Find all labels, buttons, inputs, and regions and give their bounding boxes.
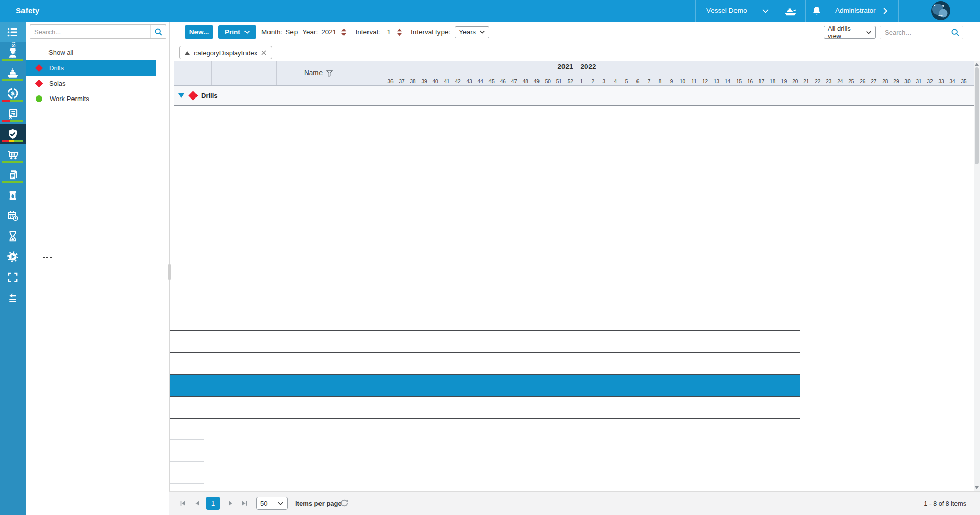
chevron-right-icon[interactable] xyxy=(883,7,888,15)
week-label: 4 xyxy=(609,79,621,84)
remove-group-icon[interactable] xyxy=(261,50,266,55)
status-underline xyxy=(2,100,23,102)
new-button[interactable]: New... xyxy=(185,25,213,39)
week-label: 25 xyxy=(846,79,857,84)
sidebar-item-crew[interactable] xyxy=(0,42,26,63)
scroll-up-icon[interactable] xyxy=(975,63,979,66)
column-divider xyxy=(378,61,378,85)
view-select[interactable]: All drills view xyxy=(824,26,876,39)
user-menu[interactable]: Administrator xyxy=(835,7,876,14)
grid-search-input[interactable] xyxy=(880,29,947,36)
week-label: 32 xyxy=(924,79,936,84)
sidebar-item-automation[interactable] xyxy=(0,247,26,267)
vertical-scrollbar[interactable] xyxy=(974,61,980,491)
week-label: 44 xyxy=(475,79,486,84)
month-year-spinner[interactable] xyxy=(341,28,347,36)
last-page-button[interactable] xyxy=(239,498,250,508)
bell-icon[interactable] xyxy=(811,5,823,17)
cart-icon xyxy=(6,148,19,161)
grouping-chip[interactable]: categoryDisplayIndex xyxy=(179,46,272,59)
name-column-header[interactable]: Name xyxy=(304,69,323,77)
sidebar-item-purchasing[interactable] xyxy=(0,144,26,165)
next-page-button[interactable] xyxy=(226,498,236,508)
week-label: 30 xyxy=(902,79,913,84)
splitter-handle[interactable] xyxy=(168,264,172,280)
interval-spinner[interactable] xyxy=(397,28,402,36)
topbar-divider xyxy=(805,0,806,22)
week-label: 26 xyxy=(857,79,868,84)
sidebar-item-work-rest-hours[interactable] xyxy=(0,226,26,247)
week-label: 3 xyxy=(598,79,609,84)
month-value[interactable]: Sep xyxy=(285,28,298,36)
first-page-button[interactable] xyxy=(178,498,188,508)
sidebar-item-documents[interactable] xyxy=(0,165,26,185)
week-label: 16 xyxy=(745,79,756,84)
week-label: 27 xyxy=(868,79,879,84)
week-label: 9 xyxy=(666,79,677,84)
search-icon[interactable] xyxy=(947,26,963,39)
week-label: 45 xyxy=(486,79,497,84)
group-marker-diamond-icon xyxy=(188,91,198,100)
svg-text:$: $ xyxy=(11,90,15,97)
avatar[interactable] xyxy=(931,1,950,20)
scrollbar-thumb[interactable] xyxy=(975,67,979,164)
status-underline xyxy=(2,79,23,81)
status-underline xyxy=(2,140,23,142)
vessel-selector[interactable]: Vessel Demo xyxy=(706,7,747,14)
week-label: 14 xyxy=(722,79,733,84)
sidebar-item-fullscreen[interactable] xyxy=(0,267,26,287)
row-menu-button[interactable] xyxy=(39,0,56,515)
interval-type-select[interactable]: Years xyxy=(455,26,489,38)
interval-value[interactable]: 1 xyxy=(387,28,391,36)
week-label: 17 xyxy=(756,79,767,84)
status-underline xyxy=(2,181,23,183)
hourglass-icon xyxy=(6,230,19,243)
sort-asc-icon[interactable] xyxy=(185,51,190,55)
sidebar-item-certificates[interactable] xyxy=(0,104,26,124)
month-label: Month: xyxy=(261,28,282,36)
week-label: 1 xyxy=(576,79,587,84)
refresh-icon[interactable] xyxy=(340,499,349,509)
chevron-down-icon xyxy=(244,30,250,34)
scroll-down-icon[interactable] xyxy=(975,486,979,489)
page-summary: 1 - 8 of 8 items xyxy=(924,500,966,507)
year-value[interactable]: 2021 xyxy=(321,28,336,36)
interval-label: Interval: xyxy=(355,28,380,36)
certificate-icon xyxy=(6,107,19,120)
sidebar-item-menu[interactable] xyxy=(0,22,26,42)
filter-icon[interactable] xyxy=(326,69,333,79)
prev-page-button[interactable] xyxy=(192,498,202,508)
pagination-bar: 1 50 items per page 1 - 8 of 8 items xyxy=(169,491,980,515)
page-size-select[interactable]: 50 xyxy=(256,497,288,510)
sidebar-item-collapse[interactable] xyxy=(0,287,26,308)
top-bar: Safety Vessel Demo Administrator xyxy=(0,0,980,22)
period-controls: Month: Sep Year: 2021 Interval: 1 Interv… xyxy=(261,25,489,39)
grid-search[interactable] xyxy=(880,26,963,39)
search-icon[interactable] xyxy=(150,25,166,38)
sidebar-item-oil-record[interactable] xyxy=(0,185,26,206)
week-label: 49 xyxy=(531,79,542,84)
week-label: 31 xyxy=(913,79,924,84)
page-title: Safety xyxy=(16,6,39,15)
sidebar-item-planning[interactable] xyxy=(0,206,26,226)
shield-check-icon xyxy=(6,128,19,141)
sidebar-item-finance[interactable]: $ xyxy=(0,83,26,104)
status-underline xyxy=(2,59,23,61)
group-row-drills[interactable]: Drills xyxy=(174,86,974,106)
collapse-group-icon[interactable] xyxy=(178,91,184,100)
vessel-switch-icon[interactable] xyxy=(783,5,798,17)
chevron-down-icon[interactable] xyxy=(762,9,769,14)
week-label: 2 xyxy=(587,79,598,84)
print-button[interactable]: Print xyxy=(218,25,256,39)
group-label: Drills xyxy=(201,92,218,100)
barrel-icon xyxy=(6,189,19,202)
week-label: 7 xyxy=(643,79,654,84)
finance-icon: $ xyxy=(6,87,19,100)
column-divider xyxy=(300,61,300,85)
page-1-button[interactable]: 1 xyxy=(206,497,220,510)
vessel-icon xyxy=(6,66,19,80)
week-label: 15 xyxy=(733,79,745,84)
sidebar-item-safety[interactable] xyxy=(0,124,26,144)
sidebar-item-vessel[interactable] xyxy=(0,63,26,83)
week-label: 47 xyxy=(508,79,520,84)
